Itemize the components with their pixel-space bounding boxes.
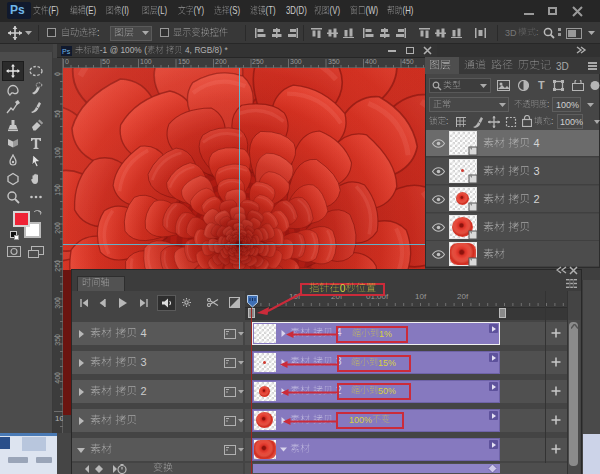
svg-text:1%: 1% [379, 328, 392, 338]
svg-text:4: 4 [141, 327, 147, 339]
svg-text::: : [446, 116, 448, 126]
svg-text:4: 4 [534, 137, 540, 149]
svg-text:100%: 100% [349, 414, 372, 424]
svg-text:(V): (V) [330, 5, 340, 16]
svg-text::: : [551, 116, 553, 126]
svg-text:@: @ [110, 45, 119, 55]
svg-text:15%: 15% [378, 357, 396, 367]
svg-text:(L): (L) [158, 5, 168, 16]
svg-text:(W): (W) [366, 5, 379, 16]
svg-text:(: ( [144, 45, 147, 55]
svg-text:-1: -1 [100, 45, 108, 55]
svg-text::: : [536, 27, 539, 37]
svg-text:(E): (E) [86, 5, 96, 16]
svg-text:(I): (I) [122, 5, 129, 16]
svg-text:100%: 100% [121, 45, 142, 55]
svg-text:50%: 50% [378, 385, 396, 395]
svg-text:3D(D): 3D(D) [286, 5, 307, 16]
svg-text:RGB/8): RGB/8) [194, 45, 222, 55]
svg-text:*: * [225, 45, 229, 55]
svg-text::: : [547, 99, 549, 109]
svg-text:2: 2 [534, 193, 540, 205]
svg-text:3: 3 [141, 356, 147, 368]
svg-text::: : [97, 27, 99, 39]
svg-text:(Y): (Y) [194, 5, 204, 16]
svg-text:3: 3 [534, 165, 540, 177]
svg-text:(T): (T) [266, 5, 276, 16]
svg-text:0: 0 [340, 281, 346, 293]
svg-text:(F): (F) [49, 5, 59, 16]
svg-text:(H): (H) [403, 5, 414, 16]
svg-text:Ps: Ps [62, 48, 71, 55]
svg-text:(S): (S) [230, 5, 240, 16]
svg-text:4,: 4, [185, 45, 192, 55]
svg-text:2: 2 [141, 385, 147, 397]
